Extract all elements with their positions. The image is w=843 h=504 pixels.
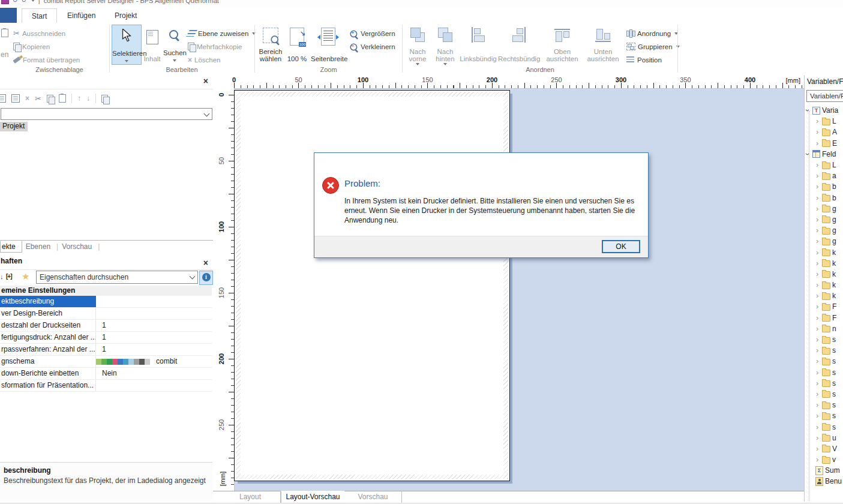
tree-item[interactable]: L xyxy=(805,116,843,127)
tree-item[interactable]: L xyxy=(805,160,843,170)
paste-icon[interactable] xyxy=(59,94,66,103)
properties-icon[interactable] xyxy=(11,94,20,103)
tree-item[interactable]: Feld xyxy=(805,149,843,160)
align-right-button[interactable]: Rechtsbündig xyxy=(498,25,540,64)
tab-einfuegen[interactable]: Einfügen xyxy=(58,8,105,23)
tree-expander-icon[interactable] xyxy=(816,217,822,223)
tree-expander-icon[interactable] xyxy=(816,304,822,310)
property-row[interactable]: sformation für Präsentation... xyxy=(0,380,212,392)
tree-item[interactable]: s xyxy=(805,345,843,356)
tree-item[interactable]: E xyxy=(805,138,843,149)
tree-expander-icon[interactable] xyxy=(816,238,822,244)
tree-item[interactable]: A xyxy=(805,127,843,137)
tree-item[interactable]: s xyxy=(805,389,843,400)
align-bottom-button[interactable]: Unten ausrichten xyxy=(583,25,623,64)
tree-item[interactable]: s xyxy=(805,334,843,345)
tree-item[interactable]: Varia xyxy=(805,105,843,116)
tree-expander-icon[interactable] xyxy=(816,326,822,332)
tree-item[interactable]: F xyxy=(805,301,843,312)
group-button[interactable]: Gruppieren xyxy=(626,40,680,53)
tree-item[interactable]: F xyxy=(805,313,843,323)
object-combobox[interactable] xyxy=(1,108,212,120)
align-left-button[interactable]: Linksbündig xyxy=(460,25,497,64)
tree-item[interactable]: k xyxy=(805,280,843,290)
tree-expander-icon[interactable] xyxy=(816,260,822,266)
delete-button[interactable]: × Löschen xyxy=(188,53,221,66)
tab-vorschau[interactable]: Vorschau xyxy=(58,242,98,252)
property-row[interactable]: down-Berichte einbetten Nein xyxy=(0,368,212,380)
tree-expander-icon[interactable] xyxy=(816,315,822,321)
search-button[interactable]: Suchen xyxy=(163,25,186,64)
zoom-out-button[interactable]: − Verkleinern xyxy=(349,40,395,53)
select-button[interactable]: Selektieren xyxy=(112,25,142,65)
tree-expander-icon[interactable] xyxy=(816,391,822,397)
tree-item[interactable]: v xyxy=(805,454,843,465)
tree-expander-icon[interactable] xyxy=(816,370,822,376)
property-row[interactable]: rpassverfahren: Anzahl der ... 1 xyxy=(0,344,212,356)
cut-button[interactable]: ✂ Ausschneiden xyxy=(13,27,65,40)
expand-all-icon[interactable]: [+] xyxy=(6,273,12,280)
undo-icon[interactable]: ↺ xyxy=(13,0,17,4)
close-icon[interactable]: × xyxy=(203,77,208,85)
move-down-icon[interactable]: ↓ xyxy=(86,95,90,102)
redo-icon[interactable]: ↻ xyxy=(21,0,26,4)
tree-expander-icon[interactable] xyxy=(816,227,822,233)
tree-item[interactable]: g xyxy=(805,203,843,214)
tree-expander-icon[interactable] xyxy=(816,250,822,256)
tab-layout-vorschau[interactable]: Layout-Vorschau xyxy=(281,491,345,503)
tree-item[interactable]: u xyxy=(805,433,843,443)
tree-expander-icon[interactable] xyxy=(816,347,822,353)
property-row[interactable]: ver Design-Bereich xyxy=(0,308,212,320)
tree-expander-icon[interactable] xyxy=(816,195,822,201)
tree-item[interactable]: a xyxy=(805,170,843,181)
tree-expander-icon[interactable] xyxy=(816,380,822,386)
close-icon[interactable]: × xyxy=(203,259,208,267)
tree-item[interactable]: k xyxy=(805,258,843,269)
tree-expander-icon[interactable] xyxy=(816,293,822,299)
tab-vorschau[interactable]: Vorschau xyxy=(344,491,402,503)
tree-item[interactable]: s xyxy=(805,410,843,421)
zoom-in-button[interactable]: + Vergrößern xyxy=(349,27,395,40)
tree-expander-icon[interactable] xyxy=(816,457,822,463)
tree-item[interactable]: n xyxy=(805,323,843,334)
report-page[interactable] xyxy=(234,90,510,481)
tree-expander-icon[interactable] xyxy=(806,151,812,157)
paste-button-clipped[interactable]: en xyxy=(0,25,10,73)
zoom-region-button[interactable]: Bereich wählen xyxy=(257,25,284,64)
tab-start[interactable]: Start xyxy=(22,8,57,24)
tree-item[interactable]: k xyxy=(805,290,843,301)
info-button[interactable]: i xyxy=(199,271,213,285)
file-menu-button[interactable] xyxy=(0,8,17,23)
property-row[interactable]: ektbeschreibung xyxy=(0,296,212,308)
tree-item[interactable]: g xyxy=(805,225,843,236)
ok-button[interactable]: OK xyxy=(602,240,640,253)
project-tree-item[interactable]: Projekt xyxy=(0,122,28,131)
property-row[interactable]: destzahl der Druckseiten 1 xyxy=(0,320,212,332)
bring-to-front-button[interactable]: Nach vorne xyxy=(406,25,430,64)
position-button[interactable]: Position xyxy=(626,53,662,66)
tree-expander-icon[interactable] xyxy=(816,129,822,135)
tree-expander-icon[interactable] xyxy=(816,413,822,419)
tree-item[interactable]: b xyxy=(805,193,843,203)
arrangement-button[interactable]: Anordnung xyxy=(626,27,678,40)
multicopy-button[interactable]: Mehrfachkopie xyxy=(188,40,242,53)
tab-ebenen[interactable]: Ebenen xyxy=(22,242,56,252)
format-painter-button[interactable]: Format übertragen xyxy=(13,53,80,66)
scissors-icon[interactable]: ✂ xyxy=(35,95,41,103)
tree-item[interactable]: Sum xyxy=(805,465,843,476)
delete-icon[interactable]: × xyxy=(25,95,29,102)
qat-dropdown-icon[interactable] xyxy=(31,0,35,2)
tree-item[interactable]: s xyxy=(805,421,843,432)
tree-item[interactable]: s xyxy=(805,356,843,367)
tree-item[interactable]: g xyxy=(805,236,843,247)
report-container-icon[interactable] xyxy=(101,95,108,103)
tree-expander-icon[interactable] xyxy=(816,435,822,441)
variables-search-box[interactable] xyxy=(806,90,843,102)
tree-expander-icon[interactable] xyxy=(816,162,822,168)
tree-item[interactable]: k xyxy=(805,247,843,257)
tree-expander-icon[interactable] xyxy=(816,358,822,364)
tree-expander-icon[interactable] xyxy=(816,271,822,277)
favorites-star-icon[interactable]: ★ xyxy=(22,271,29,282)
tree-expander-icon[interactable] xyxy=(816,446,822,452)
tree-expander-icon[interactable] xyxy=(816,337,822,343)
